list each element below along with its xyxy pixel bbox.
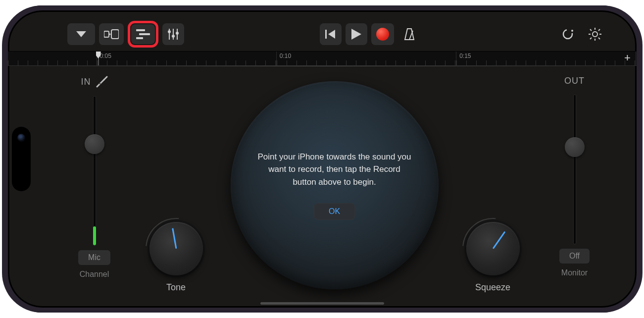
my-songs-button[interactable] bbox=[67, 23, 95, 45]
svg-rect-1 bbox=[111, 30, 119, 39]
plus-icon: + bbox=[624, 52, 631, 64]
recorder-visualizer: Point your iPhone towards the sound you … bbox=[231, 81, 439, 289]
loop-icon bbox=[561, 28, 574, 41]
loop-button[interactable] bbox=[556, 23, 579, 45]
metronome-icon bbox=[403, 28, 416, 41]
chevron-down-icon bbox=[76, 31, 86, 37]
output-level-slider[interactable] bbox=[560, 95, 590, 244]
ruler-segment: 0:15 bbox=[456, 52, 636, 65]
svg-point-10 bbox=[172, 35, 175, 38]
tracks-view-button[interactable] bbox=[131, 24, 155, 44]
iphone-frame: 0:05 0:10 0:15 + IN Mic bbox=[3, 5, 642, 313]
svg-marker-13 bbox=[328, 30, 335, 39]
input-channel-label: Channel bbox=[80, 270, 109, 279]
svg-point-9 bbox=[168, 30, 171, 33]
instrument-browser-icon bbox=[104, 29, 119, 39]
slider-track bbox=[574, 95, 576, 244]
slider-track bbox=[94, 97, 96, 245]
svg-marker-14 bbox=[351, 29, 361, 40]
knob-pointer-icon bbox=[172, 228, 177, 249]
svg-rect-4 bbox=[139, 33, 150, 35]
record-button[interactable] bbox=[371, 23, 394, 45]
svg-line-26 bbox=[590, 38, 592, 39]
go-to-beginning-icon bbox=[325, 29, 336, 40]
input-level-slider[interactable] bbox=[80, 97, 109, 245]
svg-point-28 bbox=[99, 83, 100, 84]
front-camera bbox=[17, 134, 25, 142]
svg-point-2 bbox=[109, 34, 110, 35]
ruler-segment bbox=[8, 52, 97, 65]
tone-label: Tone bbox=[166, 282, 186, 293]
tone-knob[interactable] bbox=[149, 222, 203, 275]
track-controls-icon bbox=[167, 29, 179, 40]
svg-rect-0 bbox=[104, 31, 109, 37]
input-jack-icon bbox=[96, 76, 108, 88]
output-column: OUT Off Monitor bbox=[547, 76, 602, 293]
svg-rect-5 bbox=[136, 37, 143, 39]
home-indicator[interactable] bbox=[260, 302, 384, 305]
svg-point-11 bbox=[176, 32, 179, 35]
squeeze-label: Squeeze bbox=[475, 282, 510, 293]
go-to-beginning-button[interactable] bbox=[320, 23, 342, 45]
settings-icon bbox=[588, 27, 602, 41]
in-label: IN bbox=[81, 77, 91, 87]
ruler-segment: 0:05 bbox=[97, 52, 277, 65]
hint-text: Point your iPhone towards the sound you … bbox=[258, 151, 411, 189]
add-track-button[interactable]: + bbox=[622, 53, 634, 64]
svg-line-23 bbox=[590, 29, 592, 31]
timeline-ruler[interactable]: 0:05 0:10 0:15 + bbox=[8, 51, 637, 66]
slider-thumb-icon bbox=[565, 137, 585, 157]
track-controls-button[interactable] bbox=[162, 23, 184, 45]
svg-line-24 bbox=[598, 38, 600, 39]
svg-point-16 bbox=[563, 30, 572, 39]
play-icon bbox=[351, 29, 361, 40]
record-icon bbox=[376, 28, 389, 41]
highlight-annotation bbox=[128, 21, 158, 48]
out-label: OUT bbox=[564, 76, 585, 86]
monitor-chip[interactable]: Off bbox=[559, 249, 590, 264]
ruler-mark: 0:10 bbox=[280, 53, 291, 59]
squeeze-knob[interactable] bbox=[466, 222, 520, 275]
tracks-view-icon bbox=[136, 29, 150, 39]
knob-pointer-icon bbox=[492, 231, 505, 249]
svg-point-18 bbox=[593, 32, 597, 37]
audio-recorder-panel: IN Mic Channel Tone Point your i bbox=[8, 66, 637, 308]
play-button[interactable] bbox=[346, 23, 367, 45]
svg-rect-12 bbox=[325, 30, 327, 39]
input-channel-chip[interactable]: Mic bbox=[78, 250, 110, 265]
svg-line-27 bbox=[97, 80, 104, 87]
ruler-segment: 0:10 bbox=[277, 52, 456, 65]
input-column: IN Mic Channel bbox=[67, 76, 122, 293]
tone-column: Tone bbox=[149, 76, 203, 293]
ruler-mark: 0:05 bbox=[100, 53, 111, 59]
ok-button[interactable]: OK bbox=[314, 203, 355, 220]
dynamic-island bbox=[12, 127, 31, 191]
monitor-label: Monitor bbox=[561, 268, 588, 277]
svg-line-25 bbox=[598, 29, 600, 31]
svg-point-17 bbox=[571, 30, 573, 32]
control-bar bbox=[8, 19, 637, 49]
instrument-browser-button[interactable] bbox=[99, 23, 124, 45]
svg-rect-3 bbox=[136, 29, 145, 31]
squeeze-column: Squeeze bbox=[466, 76, 520, 293]
input-level-meter bbox=[93, 226, 96, 245]
metronome-button[interactable] bbox=[398, 23, 421, 45]
settings-button[interactable] bbox=[583, 23, 607, 45]
ruler-mark: 0:15 bbox=[459, 53, 471, 59]
slider-thumb-icon bbox=[85, 134, 104, 154]
